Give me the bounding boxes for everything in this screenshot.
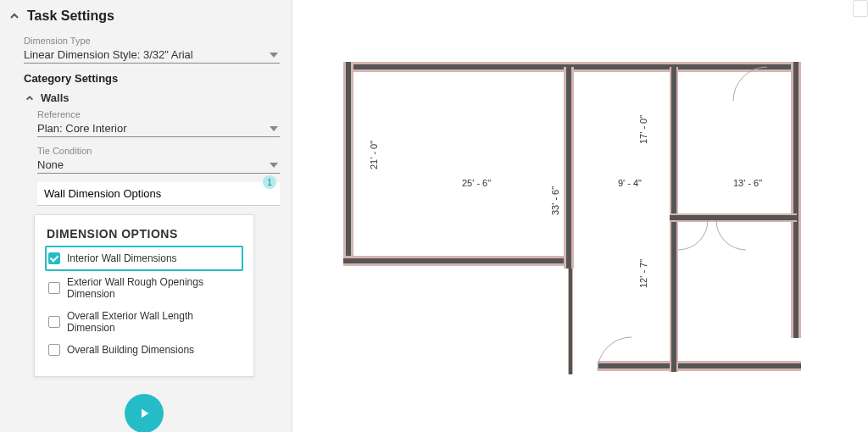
exterior-walls (343, 62, 801, 374)
dimension-option-row[interactable]: Interior Wall Dimensions (45, 246, 243, 271)
svg-rect-25 (569, 256, 572, 374)
dimension-options-dropdown: DIMENSION OPTIONS Interior Wall Dimensio… (34, 214, 254, 377)
options-count-badge: 1 (263, 175, 276, 189)
svg-rect-31 (670, 215, 797, 220)
play-icon (136, 406, 152, 421)
dimension-options-title: DIMENSION OPTIONS (47, 227, 242, 241)
dimension-option-label: Overall Exterior Wall Length Dimension (67, 310, 240, 334)
chevron-down-icon (270, 163, 278, 168)
dim-h-top-right: 13' - 6" (733, 178, 762, 188)
dim-v-right-top: 17' - 0" (638, 115, 648, 144)
checkbox-icon[interactable] (48, 282, 60, 294)
dimension-option-row[interactable]: Overall Exterior Wall Length Dimension (47, 305, 242, 339)
dimension-option-label: Interior Wall Dimensions (67, 252, 177, 264)
panel-title: Task Settings (27, 8, 114, 24)
floor-plan-canvas[interactable]: 21' - 0" 25' - 6" 9' - 4" 13' - 6" 17' -… (292, 0, 868, 432)
walls-collapse-header[interactable]: Walls (24, 91, 280, 104)
tie-condition-field: Tie Condition None (37, 146, 280, 174)
dimension-type-field: Dimension Type Linear Dimension Style: 3… (24, 36, 280, 64)
dim-v-left: 21' - 0" (369, 141, 379, 169)
checkbox-icon[interactable] (48, 344, 60, 356)
category-settings-heading: Category Settings (24, 72, 280, 85)
run-button[interactable] (125, 394, 164, 432)
dimension-option-row[interactable]: Exterior Wall Rough Openings Dimension (47, 271, 242, 305)
reference-field: Reference Plan: Core Interior (37, 109, 280, 137)
svg-rect-17 (346, 62, 351, 265)
svg-rect-27 (566, 67, 571, 269)
corner-widget[interactable] (853, 0, 868, 17)
dim-v-center: 33' - 6" (550, 186, 560, 215)
collapse-chevron-icon[interactable] (8, 10, 20, 22)
play-wrap (8, 377, 280, 432)
checkbox-icon[interactable] (48, 252, 60, 264)
reference-value: Plan: Core Interior (37, 122, 127, 135)
dimension-type-value: Linear Dimension Style: 3/32" Arial (24, 48, 193, 61)
tie-condition-label: Tie Condition (37, 146, 280, 156)
svg-rect-23 (598, 363, 801, 368)
tie-condition-value: None (37, 158, 64, 171)
dimension-type-select[interactable]: Linear Dimension Style: 3/32" Arial (24, 47, 280, 64)
wall-dimension-options-input[interactable] (37, 182, 280, 206)
chevron-down-icon (270, 53, 278, 58)
dim-v-right-bot: 12' - 7" (638, 259, 648, 288)
dim-h-top-left: 25' - 6" (462, 178, 491, 188)
wall-dimension-options-row: 1 (37, 182, 280, 206)
dimension-option-label: Exterior Wall Rough Openings Dimension (67, 276, 240, 300)
svg-rect-19 (343, 258, 572, 263)
tie-condition-select[interactable]: None (37, 157, 280, 174)
chevron-down-icon (270, 126, 278, 131)
dim-h-top-mid: 9' - 4" (618, 178, 642, 188)
dimension-option-row[interactable]: Overall Building Dimensions (47, 339, 242, 361)
checkbox-icon[interactable] (48, 316, 60, 328)
svg-rect-21 (793, 62, 798, 338)
reference-select[interactable]: Plan: Core Interior (37, 120, 280, 137)
dimension-option-label: Overall Building Dimensions (67, 344, 194, 356)
dimension-type-label: Dimension Type (24, 36, 280, 46)
walls-heading-text: Walls (41, 91, 69, 104)
reference-label: Reference (37, 109, 280, 119)
task-settings-panel: Task Settings Dimension Type Linear Dime… (0, 0, 292, 432)
chevron-up-icon (24, 92, 36, 104)
panel-header: Task Settings (8, 8, 280, 24)
